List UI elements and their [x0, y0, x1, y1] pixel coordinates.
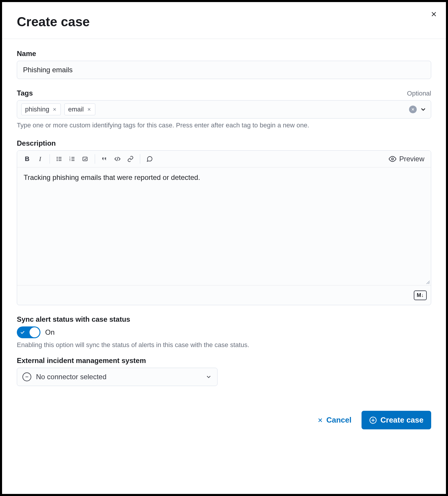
tags-field-row: Tags Optional phishing email — [17, 89, 431, 129]
quote-button[interactable] — [99, 153, 110, 165]
preview-button[interactable]: Preview — [386, 154, 427, 164]
tag-item: email — [64, 104, 95, 115]
remove-tag-icon[interactable] — [87, 107, 91, 112]
chevron-down-icon[interactable] — [420, 106, 427, 113]
tag-item: phishing — [21, 104, 61, 115]
sync-state: On — [45, 328, 55, 336]
svg-point-4 — [57, 160, 58, 161]
check-icon — [20, 330, 25, 335]
tags-help-text: Type one or more custom identifying tags… — [17, 121, 431, 129]
toolbar-separator — [50, 154, 50, 164]
italic-button[interactable]: I — [34, 153, 46, 165]
minus-circle-icon — [22, 372, 31, 381]
markdown-icon[interactable]: M↓ — [414, 290, 427, 300]
sync-field-row: Sync alert status with case status On En… — [17, 315, 431, 349]
sync-label: Sync alert status with case status — [17, 315, 431, 323]
numbered-list-button[interactable]: 123 — [66, 153, 78, 165]
bullet-list-button[interactable] — [53, 153, 65, 165]
dialog-actions: Cancel Create case — [2, 402, 446, 441]
editor-toolbar: B I 123 — [17, 151, 431, 167]
toolbar-separator — [140, 154, 140, 164]
description-label: Description — [17, 139, 56, 147]
close-icon[interactable] — [430, 10, 438, 18]
remove-tag-icon[interactable] — [52, 107, 57, 112]
name-input[interactable] — [17, 61, 431, 79]
description-editor: B I 123 — [17, 150, 431, 305]
clear-tags-icon[interactable] — [409, 106, 417, 113]
connector-select[interactable]: No connector selected — [17, 368, 218, 386]
checklist-button[interactable] — [79, 153, 91, 165]
preview-label: Preview — [399, 155, 424, 163]
toolbar-separator — [95, 154, 95, 164]
svg-point-13 — [391, 158, 393, 160]
tags-input[interactable]: phishing email — [17, 100, 431, 119]
switch-knob — [30, 327, 40, 337]
svg-point-0 — [57, 157, 58, 158]
editor-footer: M↓ — [17, 285, 431, 305]
chevron-down-icon — [205, 374, 212, 380]
tag-label: email — [68, 106, 84, 113]
connector-value: No connector selected — [36, 373, 201, 381]
dialog-header: Create case — [2, 2, 446, 39]
bold-button[interactable]: B — [21, 153, 33, 165]
tags-label: Tags — [17, 89, 33, 97]
connector-field-row: External incident management system No c… — [17, 357, 431, 386]
link-button[interactable] — [125, 153, 136, 165]
tags-optional: Optional — [407, 90, 431, 97]
name-label: Name — [17, 50, 36, 58]
sync-help-text: Enabling this option will sync the statu… — [17, 341, 431, 349]
create-label: Create case — [380, 415, 424, 425]
name-field-row: Name — [17, 50, 431, 79]
comment-button[interactable] — [144, 153, 156, 165]
sync-toggle[interactable] — [17, 326, 40, 338]
tag-label: phishing — [25, 106, 49, 113]
dialog-title: Create case — [17, 14, 431, 29]
connector-label: External incident management system — [17, 357, 431, 365]
svg-point-2 — [57, 159, 58, 159]
description-text: Tracking phishing emails that were repor… — [24, 173, 200, 181]
cancel-button[interactable]: Cancel — [313, 413, 356, 428]
resize-handle[interactable] — [426, 280, 430, 284]
description-textarea[interactable]: Tracking phishing emails that were repor… — [17, 167, 431, 285]
svg-rect-12 — [83, 157, 87, 161]
code-button[interactable] — [112, 153, 123, 165]
cancel-label: Cancel — [326, 415, 351, 425]
create-case-button[interactable]: Create case — [362, 411, 431, 429]
svg-text:3: 3 — [69, 159, 71, 161]
description-field-row: Description B I 123 — [17, 139, 431, 305]
